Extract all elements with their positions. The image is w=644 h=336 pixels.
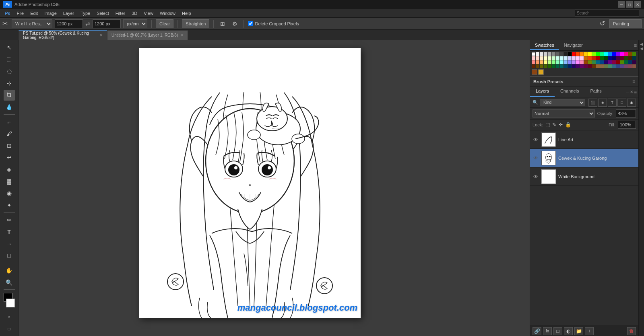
swatch[interactable]	[560, 52, 564, 56]
swatch[interactable]	[592, 64, 596, 68]
swatch[interactable]	[604, 60, 608, 64]
swatch[interactable]	[588, 52, 592, 56]
swatch[interactable]	[616, 56, 620, 60]
layers-panel-close[interactable]: ✕	[630, 90, 633, 94]
quick-mask-toggle[interactable]: ○	[4, 311, 15, 323]
swatch[interactable]	[564, 60, 568, 64]
swatch[interactable]	[580, 56, 584, 60]
lock-all-btn[interactable]: 🔒	[565, 122, 571, 128]
settings-button[interactable]: ⚙	[230, 19, 239, 29]
swatch[interactable]	[604, 52, 608, 56]
pen-tool[interactable]: ✏	[4, 214, 15, 226]
menu-item-filter[interactable]: Filter	[112, 10, 128, 16]
quick-select-tool[interactable]: ⊹	[4, 78, 15, 89]
swatch[interactable]	[612, 60, 616, 64]
blur-tool[interactable]: ◉	[4, 188, 15, 199]
lock-image-btn[interactable]: ✎	[552, 122, 556, 128]
swatch[interactable]	[564, 56, 568, 60]
swatch[interactable]	[596, 60, 600, 64]
swatch[interactable]	[544, 56, 547, 60]
swatch[interactable]	[632, 60, 636, 64]
swatches-tab[interactable]: Swatches	[530, 41, 559, 50]
straighten-button[interactable]: Straighten	[182, 19, 209, 28]
swatch[interactable]	[532, 60, 535, 64]
layer-delete-btn[interactable]: 🗑	[627, 327, 636, 335]
swatch[interactable]	[612, 56, 616, 60]
swatch[interactable]	[560, 56, 564, 60]
menu-item-layer[interactable]: Layer	[60, 10, 78, 16]
swatch[interactable]	[568, 52, 572, 56]
layer-filter-adjustment[interactable]: ◈	[598, 99, 607, 107]
type-tool[interactable]: T	[4, 226, 15, 237]
screen-mode-button[interactable]: □	[4, 324, 15, 335]
clone-stamp-tool[interactable]: ⊡	[4, 140, 15, 151]
layer-filter-smartobj[interactable]: ◉	[627, 99, 636, 107]
shape-tool[interactable]: □	[4, 250, 15, 262]
layer-visibility-lineart[interactable]: 👁	[533, 136, 539, 143]
swatch[interactable]	[580, 60, 584, 64]
fill-input[interactable]	[618, 121, 636, 129]
swatch[interactable]	[604, 56, 608, 60]
swatch[interactable]	[548, 60, 551, 64]
zoom-tool[interactable]: 🔍	[4, 277, 15, 288]
search-input[interactable]	[575, 10, 639, 17]
swatch[interactable]	[592, 52, 596, 56]
clear-button[interactable]: Clear	[156, 19, 173, 28]
layer-row-cewek[interactable]: 👁 Cewek & Kucing Garong	[530, 149, 638, 167]
swatch[interactable]	[536, 60, 539, 64]
swatch[interactable]	[596, 52, 600, 56]
swatch[interactable]	[600, 60, 604, 64]
layer-link-btn[interactable]: 🔗	[533, 327, 541, 335]
swatch[interactable]	[584, 60, 588, 64]
layers-tab-channels[interactable]: Channels	[555, 87, 584, 97]
swatch[interactable]	[588, 60, 592, 64]
menu-item-select[interactable]: Select	[93, 10, 112, 16]
swatch[interactable]	[568, 56, 572, 60]
lock-transparent-btn[interactable]: ⬚	[545, 122, 550, 128]
swatch[interactable]	[556, 52, 559, 56]
menu-item-3d[interactable]: 3D	[128, 10, 140, 16]
layer-filter-shape[interactable]: □	[617, 99, 626, 107]
swatch[interactable]	[556, 60, 559, 64]
blend-mode-select[interactable]: Normal	[533, 109, 595, 117]
tab-ps-tut[interactable]: PS Tut.psd @ 50% (Cewek & Kucing Garong,…	[19, 30, 107, 40]
swatch[interactable]	[552, 56, 555, 60]
swatch[interactable]	[552, 64, 555, 68]
swatch[interactable]	[560, 60, 564, 64]
swatch[interactable]	[548, 64, 551, 68]
layers-panel-menu[interactable]: ≡	[634, 89, 637, 95]
navigator-tab[interactable]: Navigator	[559, 41, 588, 50]
swatch[interactable]	[552, 60, 555, 64]
unit-select[interactable]: px/cm	[123, 19, 147, 28]
swatch[interactable]	[608, 52, 612, 56]
swatch[interactable]	[588, 56, 592, 60]
swatch[interactable]	[612, 52, 616, 56]
swatch[interactable]	[608, 64, 612, 68]
menu-item-ps[interactable]: Ps	[2, 10, 13, 16]
menu-item-edit[interactable]: Edit	[27, 10, 41, 16]
crop-tool[interactable]	[4, 90, 15, 101]
swatch[interactable]	[624, 60, 628, 64]
tab-close-untitled[interactable]: ✕	[180, 33, 184, 37]
lock-position-btn[interactable]: ✛	[559, 122, 563, 128]
swatch[interactable]	[536, 52, 539, 56]
swap-icon[interactable]: ⇄	[85, 21, 90, 27]
layer-visibility-whitebg[interactable]: 👁	[533, 173, 539, 180]
swatch[interactable]	[620, 56, 624, 60]
background-color[interactable]	[6, 299, 15, 307]
swatch[interactable]	[596, 56, 600, 60]
swatch[interactable]	[624, 52, 628, 56]
swatch[interactable]	[600, 52, 604, 56]
menu-item-view[interactable]: View	[140, 10, 157, 16]
swatch[interactable]	[580, 64, 584, 68]
swatch[interactable]	[536, 64, 539, 68]
swatch[interactable]	[592, 56, 596, 60]
swatch[interactable]	[572, 60, 576, 64]
swatch[interactable]	[572, 64, 576, 68]
swatch[interactable]	[532, 64, 535, 68]
swatch[interactable]	[556, 56, 559, 60]
layer-effects-btn[interactable]: fx	[543, 327, 552, 335]
swatch[interactable]	[616, 60, 620, 64]
healing-brush-tool[interactable]: ⌐	[4, 116, 15, 128]
history-brush-tool[interactable]: ↩	[4, 152, 15, 163]
